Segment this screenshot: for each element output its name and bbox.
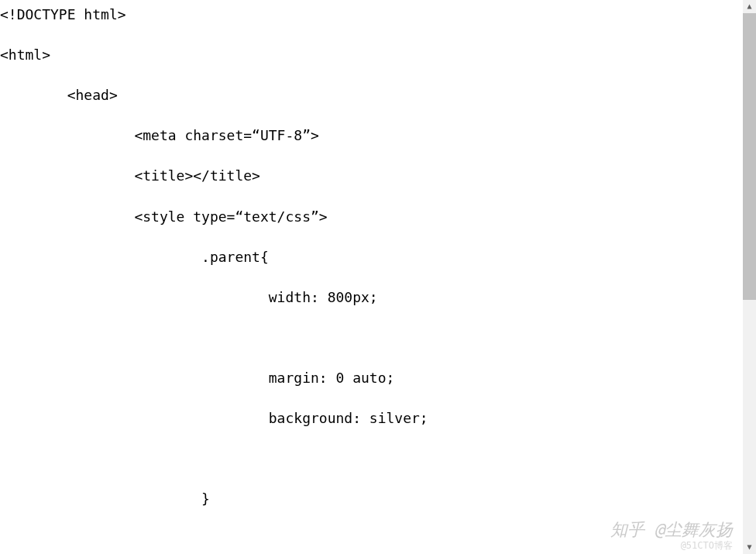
code-line: <!DOCTYPE html> xyxy=(0,5,732,25)
code-line: <head> xyxy=(0,85,732,105)
code-line: <title></title> xyxy=(0,166,732,186)
code-line xyxy=(0,328,732,348)
chevron-up-icon: ▲ xyxy=(747,1,751,12)
code-line: } xyxy=(0,489,732,509)
code-line xyxy=(0,449,732,469)
code-line: width: 800px; xyxy=(0,287,732,308)
code-content: <!DOCTYPE html> <html> <head> <meta char… xyxy=(0,0,732,554)
code-line: <meta charset=“UTF-8”> xyxy=(0,126,732,146)
scroll-down-button[interactable]: ▼ xyxy=(743,541,756,554)
code-line: <style type=“text/css”> xyxy=(0,207,732,227)
chevron-down-icon: ▼ xyxy=(747,542,751,553)
code-line: <html> xyxy=(0,45,732,65)
code-line: margin: 0 auto; xyxy=(0,368,732,388)
vertical-scrollbar[interactable]: ▲ ▼ xyxy=(743,0,756,554)
code-line: background: silver; xyxy=(0,408,732,428)
code-line: .parent{ xyxy=(0,247,732,267)
scroll-up-button[interactable]: ▲ xyxy=(743,0,756,13)
code-line xyxy=(0,529,732,549)
scrollbar-thumb[interactable] xyxy=(743,13,756,300)
